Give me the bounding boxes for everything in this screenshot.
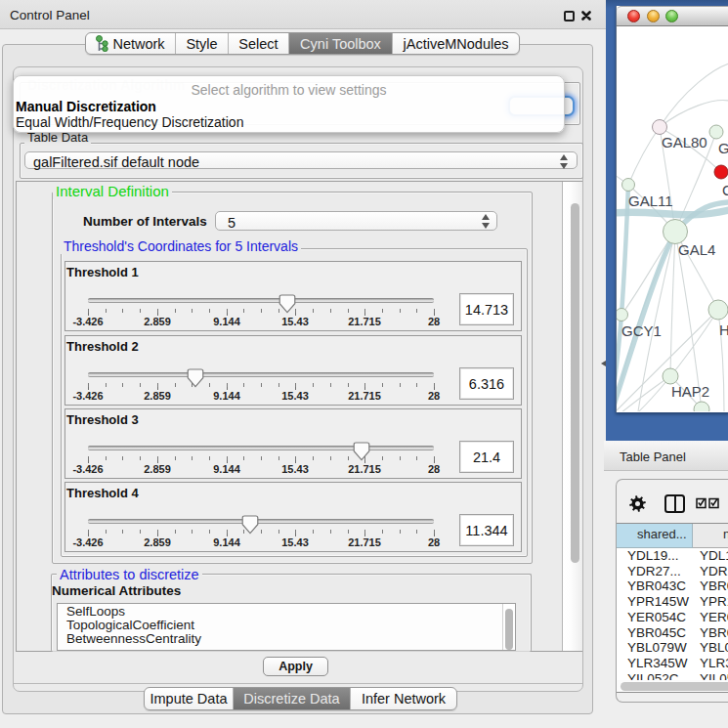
svg-text:GCY1: GCY1 [621, 322, 662, 339]
svg-text:C: C [722, 182, 728, 198]
svg-text:GA: GA [718, 140, 728, 156]
svg-text:HAP2: HAP2 [671, 383, 709, 400]
svg-text:GAL80: GAL80 [662, 134, 707, 150]
svg-text:GAL4: GAL4 [678, 241, 715, 258]
svg-text:H: H [719, 321, 728, 338]
svg-text:GAL11: GAL11 [628, 193, 673, 209]
